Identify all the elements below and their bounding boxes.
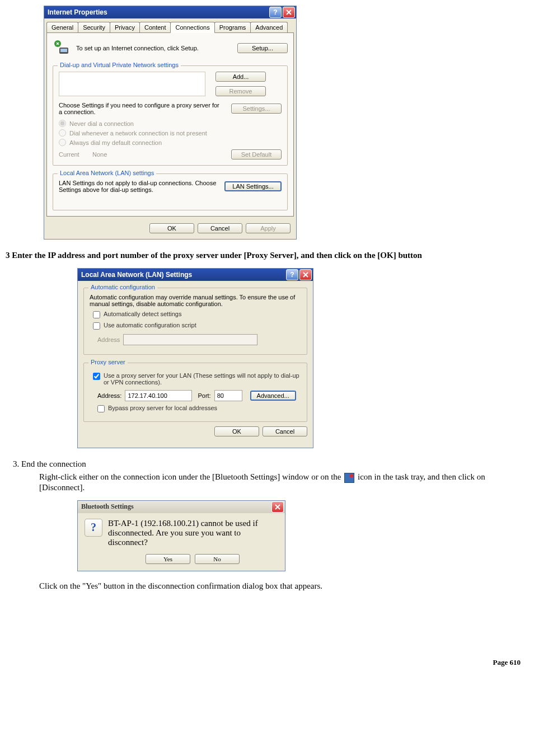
settings-button[interactable]: Settings... [231,104,282,114]
help-icon[interactable]: ? [269,7,282,18]
tab-advanced[interactable]: Advanced [250,22,288,32]
setup-instruction-text: To set up an Internet connection, click … [76,45,237,51]
question-icon: ? [85,519,102,537]
cancel-button[interactable]: Cancel [198,223,242,233]
titlebar: Bluetooth Settings [78,501,285,513]
svg-rect-2 [60,49,67,52]
connections-panel: To set up an Internet connection, click … [46,32,294,217]
auto-detect-checkbox[interactable]: Automatically detect settings [93,311,301,318]
disconnect-message: BT-AP-1 (192.168.100.21) cannot be used … [108,519,278,547]
radio-dial-whenever[interactable]: Dial whenever a network connection is no… [59,129,282,137]
auto-script-checkbox[interactable]: Use automatic configuration script [93,322,301,330]
auto-desc: Automatic configuration may override man… [90,294,301,307]
dialog-title: Bluetooth Settings [81,503,134,511]
no-button[interactable]: No [195,554,240,564]
lan-help-text: LAN Settings do not apply to dial-up con… [59,180,217,193]
apply-button[interactable]: Apply [246,223,291,233]
lan-legend: Local Area Network (LAN) settings [58,170,156,176]
bluetooth-disconnect-dialog: Bluetooth Settings ? BT-AP-1 (192.168.10… [77,500,285,571]
set-default-button[interactable]: Set Default [231,149,282,159]
close-icon[interactable] [271,501,284,513]
step-end-connection: End the connection Right-click either on… [21,459,528,591]
add-button[interactable]: Add... [216,72,266,82]
advanced-button[interactable]: Advanced... [250,391,296,401]
tab-content[interactable]: Content [139,22,171,32]
automatic-config-group: Automatic configuration Automatic config… [83,288,307,355]
auto-address-label: Address [97,336,120,343]
setup-button[interactable]: Setup... [237,43,288,53]
proxy-port-label: Port: [198,392,210,399]
step-body: Right-click either on the connection ico… [39,472,528,492]
close-icon[interactable] [283,7,295,18]
step-title: End the connection [21,459,86,468]
close-icon[interactable] [299,269,312,280]
current-value: None [92,151,231,158]
instruction-proxy: 3 Enter the IP address and port number o… [6,251,528,260]
tab-security[interactable]: Security [78,22,110,32]
cancel-button[interactable]: Cancel [263,426,307,436]
tab-privacy[interactable]: Privacy [110,22,140,32]
ok-button[interactable]: OK [214,426,259,436]
tab-connections[interactable]: Connections [170,22,214,33]
proxy-address-label: Address: [97,392,121,399]
remove-button[interactable]: Remove [216,86,266,96]
help-icon[interactable]: ? [286,269,298,280]
radio-never-dial[interactable]: Never dial a connection [59,120,282,127]
connection-icon [53,39,72,58]
bluetooth-tray-icon [344,473,354,483]
internet-properties-dialog: Internet Properties ? General Security P… [44,6,297,240]
dialog-title: Internet Properties [48,8,107,16]
radio-always-dial[interactable]: Always dial my default connection [59,139,282,146]
lan-settings-group: Local Area Network (LAN) settings LAN Se… [53,173,288,210]
dialog-title: Local Area Network (LAN) Settings [81,271,192,279]
yes-button[interactable]: Yes [146,554,190,564]
lan-settings-button[interactable]: LAN Settings... [224,181,282,191]
tab-programs[interactable]: Programs [214,22,251,32]
tab-strip: General Security Privacy Content Connect… [46,22,294,32]
auto-address-input [123,334,257,345]
titlebar: Internet Properties ? [44,6,296,18]
titlebar: Local Area Network (LAN) Settings ? [78,269,313,281]
post-dialog-text: Click on the "Yes" button in the disconn… [39,581,528,591]
current-label: Current [59,151,92,158]
choose-settings-text: Choose Settings if you need to configure… [59,102,221,115]
proxy-legend: Proxy server [88,359,128,365]
ok-button[interactable]: OK [149,223,194,233]
page-footer: Page 610 [6,658,528,667]
proxy-port-input[interactable] [214,390,242,401]
auto-legend: Automatic configuration [88,284,157,290]
dialup-vpn-group: Dial-up and Virtual Private Network sett… [53,65,288,166]
proxy-address-input[interactable] [125,390,192,401]
proxy-server-group: Proxy server Use a proxy server for your… [83,363,307,422]
tab-general[interactable]: General [46,22,78,32]
bypass-proxy-checkbox[interactable]: Bypass proxy server for local addresses [97,405,301,412]
use-proxy-checkbox[interactable]: Use a proxy server for your LAN (These s… [93,372,301,386]
lan-settings-dialog: Local Area Network (LAN) Settings ? Auto… [77,268,313,448]
dialup-legend: Dial-up and Virtual Private Network sett… [58,62,181,68]
connection-list[interactable] [59,72,205,96]
